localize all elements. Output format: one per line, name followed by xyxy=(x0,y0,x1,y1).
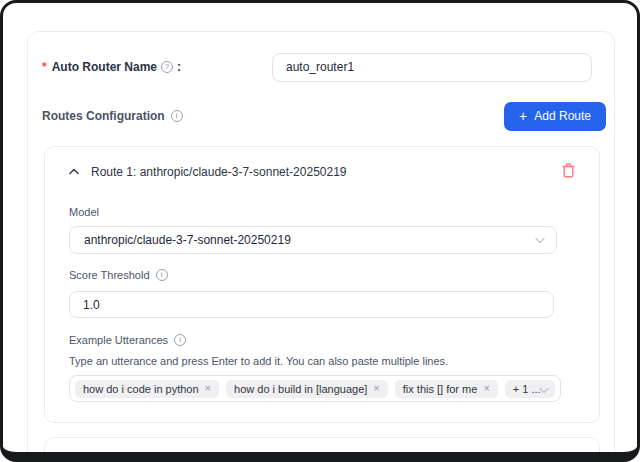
auto-router-name-label-text: Auto Router Name xyxy=(52,60,157,74)
score-threshold-label-text: Score Threshold xyxy=(69,269,150,281)
auto-router-name-input[interactable] xyxy=(272,53,592,82)
auto-router-name-row: * Auto Router Name ? : xyxy=(42,52,600,82)
info-icon[interactable]: i xyxy=(174,334,186,346)
auto-router-name-label: * Auto Router Name ? : xyxy=(42,60,181,74)
routes-configuration-label: Routes Configuration i xyxy=(42,109,183,123)
utterance-tag-text: how do i build in [language] xyxy=(234,383,367,395)
example-utterances-label-text: Example Utterances xyxy=(69,334,168,346)
plus-icon: + xyxy=(519,109,527,123)
remove-tag-icon[interactable]: × xyxy=(483,383,489,394)
required-asterisk: * xyxy=(42,60,47,74)
model-select-value: anthropic/claude-3-7-sonnet-20250219 xyxy=(84,233,291,247)
auto-router-form-card: * Auto Router Name ? : Routes Configurat… xyxy=(27,31,615,462)
collapse-chevron-up-icon[interactable] xyxy=(69,161,79,179)
utterance-tag-text: how do i code in python xyxy=(83,383,199,395)
trash-icon xyxy=(562,454,575,462)
utterance-tag: how do i build in [language] × xyxy=(226,380,388,398)
route-1-title: Route 1: anthropic/claude-3-7-sonnet-202… xyxy=(91,165,347,179)
route-2-header[interactable]: Route 2: azure_ai/gpt-4o xyxy=(69,451,575,462)
route-2-title: Route 2: azure_ai/gpt-4o xyxy=(91,456,223,462)
model-select[interactable]: anthropic/claude-3-7-sonnet-20250219 xyxy=(69,226,557,254)
utterance-tag: fix this [] for me × xyxy=(395,380,498,398)
utterances-helper-text: Type an utterance and press Enter to add… xyxy=(69,355,575,367)
route-1-header[interactable]: Route 1: anthropic/claude-3-7-sonnet-202… xyxy=(69,160,575,179)
route-2-card: Route 2: azure_ai/gpt-4o xyxy=(44,437,600,462)
model-label: Model xyxy=(69,206,575,218)
chevron-down-icon xyxy=(539,380,549,398)
utterance-tag-text: fix this [] for me xyxy=(403,383,478,395)
add-route-button[interactable]: + Add Route xyxy=(504,102,606,131)
chevron-down-icon xyxy=(535,233,545,247)
score-threshold-input[interactable] xyxy=(69,291,554,318)
routes-configuration-row: Routes Configuration i + Add Route xyxy=(42,101,606,131)
collapse-chevron-up-icon[interactable] xyxy=(69,452,79,462)
app-window: * Auto Router Name ? : Routes Configurat… xyxy=(0,0,640,462)
remove-tag-icon[interactable]: × xyxy=(205,383,211,394)
remove-tag-icon[interactable]: × xyxy=(373,383,379,394)
route-1-card: Route 1: anthropic/claude-3-7-sonnet-202… xyxy=(44,146,600,423)
utterances-tags-input[interactable]: how do i code in python × how do i build… xyxy=(69,375,561,402)
info-icon[interactable]: i xyxy=(156,269,168,281)
delete-route-1-button[interactable] xyxy=(562,163,575,178)
routes-configuration-label-text: Routes Configuration xyxy=(42,109,165,123)
trash-icon xyxy=(562,163,575,178)
help-icon[interactable]: ? xyxy=(161,61,173,73)
score-threshold-label: Score Threshold i xyxy=(69,269,168,281)
add-route-button-label: Add Route xyxy=(534,109,591,123)
info-icon[interactable]: i xyxy=(171,110,183,122)
model-label-text: Model xyxy=(69,206,99,218)
delete-route-2-button[interactable] xyxy=(562,454,575,462)
example-utterances-label: Example Utterances i xyxy=(69,334,186,346)
utterance-tag: how do i code in python × xyxy=(75,380,219,398)
label-colon: : xyxy=(177,60,181,74)
